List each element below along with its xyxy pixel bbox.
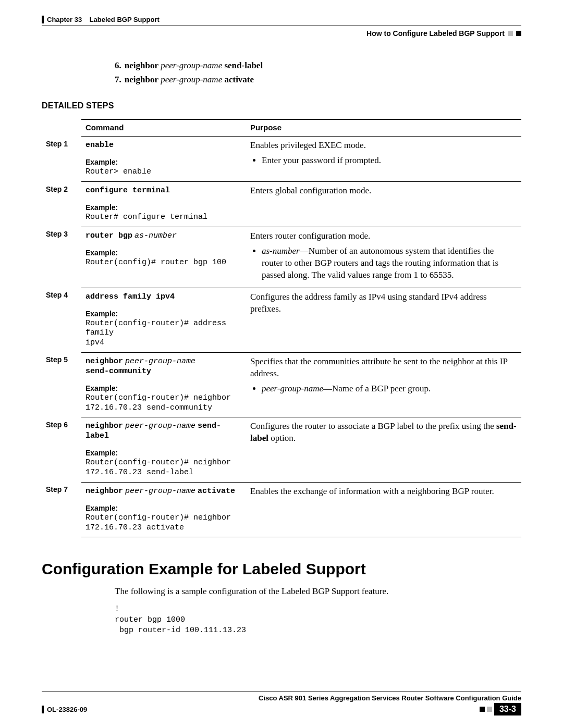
intro-paragraph: The following is a sample configuration … bbox=[42, 586, 521, 597]
command-cell: neighbor peer-group-namesend-communityEx… bbox=[81, 352, 246, 417]
cmd-keyword: neighbor bbox=[125, 60, 158, 70]
section-header-row: How to Configure Labeled BGP Support bbox=[42, 26, 521, 38]
example-label: Example: bbox=[85, 203, 242, 212]
cmd-keyword: send-label bbox=[224, 60, 263, 70]
example-code: Router(config-router)# neighbor 172.16.7… bbox=[85, 513, 242, 533]
step-label: Step 6 bbox=[42, 417, 81, 483]
purpose-cell: Configures the address family as IPv4 us… bbox=[246, 288, 521, 352]
command-cell: neighbor peer-group-name activateExample… bbox=[81, 482, 246, 537]
chapter-title: Labeled BGP Support bbox=[90, 16, 160, 23]
table-header-row: Command Purpose bbox=[42, 119, 521, 137]
footer-decor-icon bbox=[487, 707, 492, 712]
purpose-cell: Enters global configuration mode. bbox=[246, 182, 521, 227]
table-header-command: Command bbox=[81, 119, 246, 137]
detailed-steps-table: Command Purpose Step 1enableExample:Rout… bbox=[42, 119, 521, 537]
purpose-cell: Enables privileged EXEC mode.Enter your … bbox=[246, 137, 521, 182]
example-code: Router(config-router)# neighbor 172.16.7… bbox=[85, 458, 242, 478]
example-label: Example: bbox=[85, 310, 242, 318]
step-label: Step 1 bbox=[42, 137, 81, 182]
example-code: Router# configure terminal bbox=[85, 213, 242, 223]
step-label: Step 4 bbox=[42, 288, 81, 352]
purpose-cell: Enables the exchange of information with… bbox=[246, 482, 521, 537]
step-number: 7. bbox=[115, 75, 121, 84]
step-label: Step 5 bbox=[42, 352, 81, 417]
command-syntax: neighbor peer-group-name send-label bbox=[85, 421, 242, 440]
summary-steps-block: 6.neighbor peer-group-name send-label7.n… bbox=[42, 58, 521, 87]
purpose-cell: Configures the router to associate a BGP… bbox=[246, 417, 521, 483]
command-syntax: neighbor peer-group-name activate bbox=[85, 486, 242, 496]
section-title: How to Configure Labeled BGP Support bbox=[366, 29, 505, 38]
command-syntax: router bgp as-number bbox=[85, 230, 242, 240]
document-page: Chapter 33 Labeled BGP Support How to Co… bbox=[0, 0, 563, 728]
table-row: Step 2configure terminalExample:Router# … bbox=[42, 182, 521, 227]
running-header: Chapter 33 Labeled BGP Support bbox=[42, 16, 521, 23]
footer-doc-id: OL-23826-09 bbox=[42, 706, 87, 713]
table-row: Step 6neighbor peer-group-name send-labe… bbox=[42, 417, 521, 483]
example-label: Example: bbox=[85, 449, 242, 457]
command-cell: configure terminalExample:Router# config… bbox=[81, 182, 246, 227]
table-header-blank bbox=[42, 119, 81, 137]
command-syntax: configure terminal bbox=[85, 185, 242, 195]
cmd-keyword: neighbor bbox=[125, 75, 158, 84]
table-row: Step 7neighbor peer-group-name activateE… bbox=[42, 482, 521, 537]
command-cell: enableExample:Router> enable bbox=[81, 137, 246, 182]
table-header-purpose: Purpose bbox=[246, 119, 521, 137]
cmd-keyword: activate bbox=[224, 75, 254, 84]
footer-decor-icon bbox=[480, 707, 485, 712]
step-label: Step 3 bbox=[42, 227, 81, 288]
example-label: Example: bbox=[85, 249, 242, 257]
config-example-heading: Configuration Example for Labeled Suppor… bbox=[42, 560, 521, 578]
example-code: Router> enable bbox=[85, 167, 242, 177]
step-label: Step 7 bbox=[42, 482, 81, 537]
example-label: Example: bbox=[85, 158, 242, 166]
table-row: Step 3router bgp as-numberExample:Router… bbox=[42, 227, 521, 288]
command-syntax: address family ipv4 bbox=[85, 291, 242, 301]
command-syntax: neighbor peer-group-namesend-community bbox=[85, 356, 242, 376]
table-row: Step 4address family ipv4Example:Router(… bbox=[42, 288, 521, 352]
page-footer: Cisco ASR 901 Series Aggregation Service… bbox=[42, 692, 521, 715]
step-label: Step 2 bbox=[42, 182, 81, 227]
cmd-arg: peer-group-name bbox=[161, 75, 222, 84]
footer-page-number: 33-3 bbox=[494, 703, 521, 715]
command-cell: neighbor peer-group-name send-labelExamp… bbox=[81, 417, 246, 483]
example-code: Router(config-router)# neighbor 172.16.7… bbox=[85, 393, 242, 413]
table-row: Step 5neighbor peer-group-namesend-commu… bbox=[42, 352, 521, 417]
summary-step-line: 6.neighbor peer-group-name send-label bbox=[115, 58, 521, 72]
summary-step-line: 7.neighbor peer-group-name activate bbox=[115, 72, 521, 87]
example-label: Example: bbox=[85, 504, 242, 512]
table-row: Step 1enableExample:Router> enableEnable… bbox=[42, 137, 521, 182]
header-decor-icon bbox=[516, 31, 521, 36]
command-syntax: enable bbox=[85, 140, 242, 150]
cmd-arg: peer-group-name bbox=[161, 60, 222, 70]
detailed-steps-heading: DETAILED STEPS bbox=[42, 101, 521, 110]
purpose-cell: Enters router configuration mode.as-numb… bbox=[246, 227, 521, 288]
command-cell: address family ipv4Example:Router(config… bbox=[81, 288, 246, 352]
config-code-block: ! router bgp 1000 bgp router-id 100.111.… bbox=[42, 604, 521, 636]
command-cell: router bgp as-numberExample:Router(confi… bbox=[81, 227, 246, 288]
footer-decor bbox=[480, 707, 494, 712]
example-label: Example: bbox=[85, 384, 242, 392]
example-code: Router(config-router)# address family ip… bbox=[85, 319, 242, 348]
step-number: 6. bbox=[115, 60, 121, 70]
purpose-cell: Specifies that the communities attribute… bbox=[246, 352, 521, 417]
chapter-label: Chapter 33 bbox=[47, 16, 82, 23]
footer-guide-title: Cisco ASR 901 Series Aggregation Service… bbox=[42, 692, 521, 702]
header-decor-icon bbox=[508, 31, 513, 36]
example-code: Router(config)# router bgp 100 bbox=[85, 258, 242, 268]
